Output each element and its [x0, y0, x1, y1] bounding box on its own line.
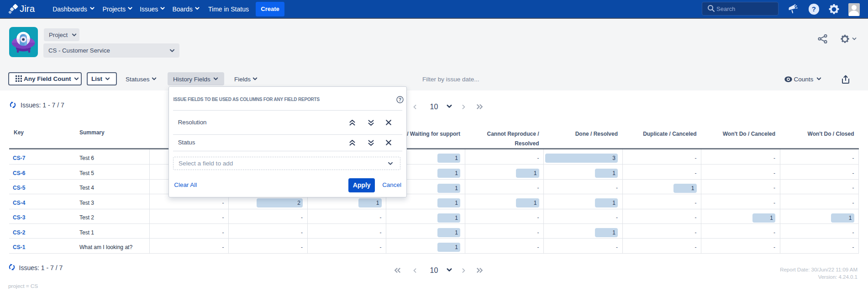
svg-text:?: ?: [399, 97, 401, 102]
